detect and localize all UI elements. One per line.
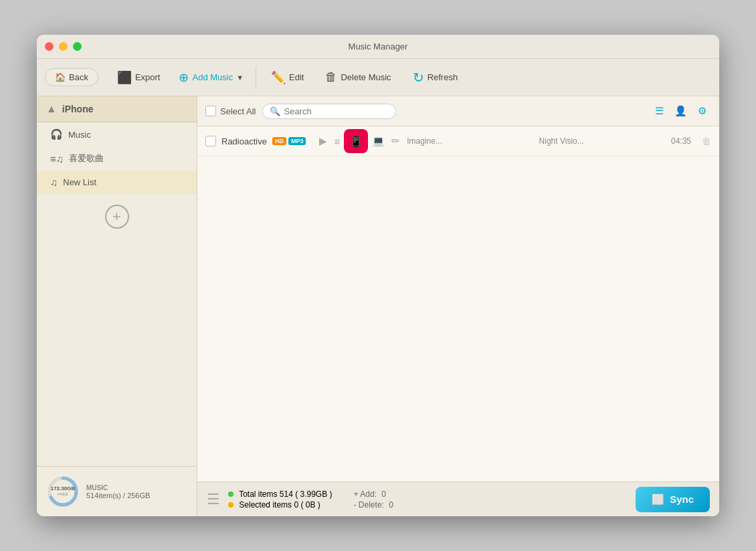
add-circle-icon[interactable]: + [105, 205, 129, 229]
minimize-button[interactable] [59, 42, 68, 51]
edit-icon: ✏️ [271, 70, 286, 85]
new-list-icon: ♫ [50, 177, 58, 188]
titlebar: Music Manager [37, 35, 719, 59]
headphones-icon: 🎧 [50, 128, 63, 140]
track-badges: HD MP3 [272, 137, 306, 145]
selected-items-status: Selected items 0 ( 0B ) [228, 500, 333, 510]
add-music-button[interactable]: ⊕ Add Music ▼ [172, 67, 250, 88]
hd-badge: HD [272, 137, 286, 145]
status-list-icon: ☰ [207, 491, 220, 508]
playlist-icon: ≡♫ [50, 153, 64, 164]
track-duration: 04:35 [671, 136, 691, 146]
toolbar-separator [256, 67, 256, 88]
user-icon-button[interactable]: 👤 [671, 102, 690, 120]
sidebar-favorites-label: 喜爱歌曲 [69, 152, 104, 164]
edit-label: Edit [289, 72, 304, 82]
home-icon: 🏠 [55, 72, 66, 82]
format-badge: MP3 [288, 137, 306, 145]
delete-count: 0 [389, 500, 393, 510]
computer-transfer-button[interactable]: 💻 [371, 134, 386, 148]
export-icon: ⬛ [117, 70, 132, 85]
storage-donut-chart: 172.30GB FREE [46, 475, 80, 508]
lyrics-button[interactable]: ≡ [333, 134, 341, 148]
sync-button[interactable]: ⬜ Sync [636, 487, 710, 512]
refresh-button[interactable]: ↻ Refresh [403, 67, 468, 88]
action-bar: Select All 🔍 ☰ 👤 ⚙ [197, 96, 719, 126]
refresh-icon: ↻ [413, 70, 424, 86]
search-input[interactable] [284, 106, 384, 116]
add-music-label: Add Music [192, 72, 233, 82]
delete-label: - Delete: [354, 500, 384, 510]
track-album: Night Visio... [539, 136, 666, 146]
window-title: Music Manager [349, 41, 408, 51]
add-count-row: + Add: 0 [354, 489, 393, 499]
close-button[interactable] [45, 42, 54, 51]
search-icon: 🔍 [270, 106, 280, 116]
total-items-status: Total items 514 ( 3.99GB ) [228, 489, 333, 499]
refresh-label: Refresh [428, 72, 458, 82]
delete-music-button[interactable]: 🗑 Delete Music [316, 68, 400, 87]
track-checkbox[interactable] [205, 136, 216, 146]
add-label: + Add: [354, 489, 377, 499]
storage-detail: 514item(s) / 256GB [86, 491, 150, 500]
add-music-icon: ⊕ [179, 70, 189, 85]
status-items: Total items 514 ( 3.99GB ) Selected item… [228, 489, 333, 510]
selected-items-label: Selected items 0 ( 0B ) [239, 500, 320, 510]
storage-free-label: FREE [51, 492, 75, 497]
table-row: Radioactive HD MP3 ▶ ≡ 📱 💻 ✏ [197, 126, 719, 156]
device-name: iPhone [62, 104, 94, 114]
search-box[interactable]: 🔍 [262, 104, 396, 119]
maximize-button[interactable] [73, 42, 82, 51]
storage-indicator: 172.30GB FREE MUSIC 514item(s) / 256GB [37, 466, 197, 516]
play-button[interactable]: ▶ [318, 134, 328, 148]
edit-button[interactable]: ✏️ Edit [262, 68, 313, 88]
window-controls [45, 42, 82, 51]
track-artist: Imagine... [407, 136, 533, 146]
view-options: ☰ 👤 ⚙ [650, 102, 711, 120]
device-icon: ▲ [46, 103, 57, 115]
phone-transfer-button[interactable]: 📱 [345, 130, 367, 152]
back-button[interactable]: 🏠 Back [45, 68, 98, 86]
list-view-button[interactable]: ☰ [650, 102, 668, 120]
add-count: 0 [381, 489, 386, 499]
yellow-dot-icon [228, 502, 233, 508]
status-bar: ☰ Total items 514 ( 3.99GB ) Selected it… [197, 481, 719, 516]
sidebar: ▲ iPhone 🎧 Music ≡♫ 喜爱歌曲 ♫ New List + [37, 96, 197, 516]
back-label: Back [69, 72, 88, 82]
add-playlist-button[interactable]: + [37, 197, 197, 237]
sidebar-device[interactable]: ▲ iPhone [37, 96, 197, 122]
dropdown-arrow-icon: ▼ [236, 74, 244, 82]
sidebar-item-new-list[interactable]: ♫ New List [37, 171, 197, 194]
add-delete-counts: + Add: 0 - Delete: 0 [354, 489, 393, 510]
content-area: ▲ iPhone 🎧 Music ≡♫ 喜爱歌曲 ♫ New List + [37, 96, 719, 516]
sidebar-item-music[interactable]: 🎧 Music [37, 122, 197, 146]
track-list: Radioactive HD MP3 ▶ ≡ 📱 💻 ✏ [197, 126, 719, 481]
edit-track-button[interactable]: ✏ [390, 134, 401, 148]
sync-label: Sync [670, 493, 694, 505]
sidebar-music-label: Music [68, 130, 91, 140]
checkbox-input[interactable] [205, 106, 216, 116]
export-label: Export [135, 72, 161, 82]
export-button[interactable]: ⬛ Export [108, 68, 170, 88]
track-name: Radioactive [221, 136, 267, 146]
delete-icon: 🗑 [325, 70, 337, 84]
track-action-buttons: ▶ ≡ 📱 💻 ✏ [318, 130, 401, 152]
app-window: Music Manager 🏠 Back ⬛ Export ⊕ Add Musi… [37, 35, 719, 516]
total-items-label: Total items 514 ( 3.99GB ) [239, 489, 332, 499]
delete-track-button[interactable]: 🗑 [702, 136, 711, 146]
sidebar-item-favorites[interactable]: ≡♫ 喜爱歌曲 [37, 146, 197, 171]
sync-icon: ⬜ [652, 493, 664, 506]
settings-icon-button[interactable]: ⚙ [692, 102, 711, 120]
storage-category: MUSIC [86, 484, 150, 491]
main-panel: Select All 🔍 ☰ 👤 ⚙ Radioac [197, 96, 719, 516]
delete-count-row: - Delete: 0 [354, 500, 393, 510]
green-dot-icon [228, 491, 233, 497]
toolbar: 🏠 Back ⬛ Export ⊕ Add Music ▼ ✏️ Edit 🗑 … [37, 59, 719, 96]
select-all-label: Select All [220, 106, 256, 116]
select-all-checkbox[interactable]: Select All [205, 106, 256, 116]
storage-gb: 172.30GB [51, 486, 75, 492]
sidebar-new-list-label: New List [63, 177, 96, 187]
phone-icon: 📱 [349, 135, 363, 148]
delete-music-label: Delete Music [341, 72, 391, 82]
track-checkbox-input[interactable] [205, 136, 216, 146]
